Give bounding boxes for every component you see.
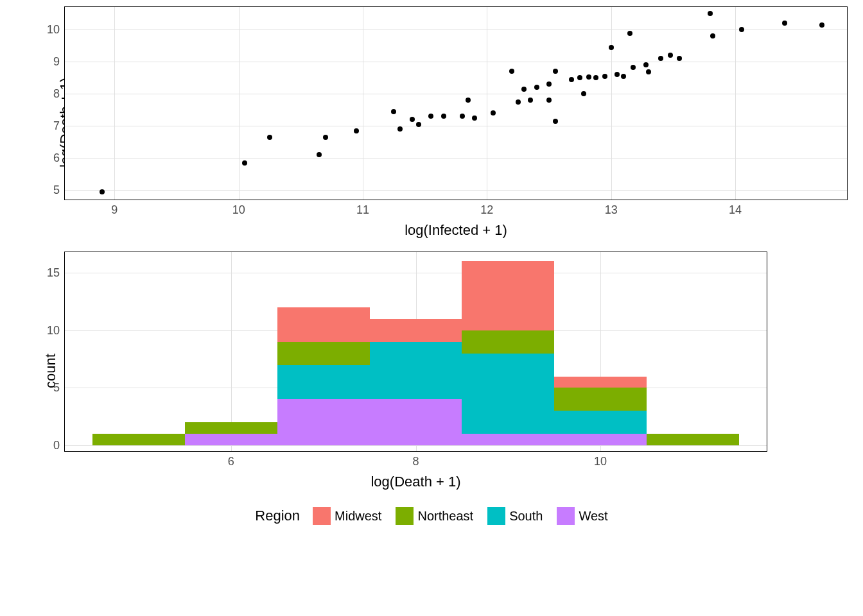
legend-title: Region [255,508,300,524]
scatter-ytick: 9 [53,55,60,69]
hist-bar-northeast [462,330,554,354]
hist-ytick: 5 [53,381,60,395]
scatter-point [627,31,632,36]
scatter-point [491,110,496,116]
legend-item-midwest: Midwest [313,507,381,525]
hist-bar-midwest [462,261,554,330]
scatter-point [646,69,651,74]
hist-ytick: 15 [47,266,60,280]
scatter-point [553,119,558,124]
legend-label: South [509,509,543,524]
hist-bar-midwest [277,307,370,342]
hist-bar-west [185,434,277,445]
scatter-point [621,74,626,79]
scatter-point [354,128,359,133]
scatter-point [397,126,403,132]
scatter-point [100,189,105,194]
scatter-point [819,22,824,28]
scatter-ytick: 8 [53,87,60,101]
scatter-point [609,45,614,50]
scatter-point [602,74,607,79]
legend-label: Northeast [417,509,473,524]
hist-bar-west [277,399,370,445]
scatter-ytick: 6 [53,151,60,165]
legend-item-northeast: Northeast [396,507,473,525]
scatter-point [323,135,328,140]
scatter-point [782,21,787,26]
hist-xtick: 8 [412,455,419,468]
scatter-point [658,56,663,61]
hist-bar-midwest [554,377,647,388]
scatter-ytick: 7 [53,119,60,133]
hist-bar-northeast [554,388,647,411]
hist-bar-south [370,342,462,400]
scatter-point [546,98,552,103]
scatter-xlabel: log(Infected + 1) [64,222,848,239]
scatter-point [643,62,649,67]
legend-swatch [396,507,414,525]
hist-bar-west [370,399,462,445]
scatter-panel: log(Death + 1) 910111213145678910 log(In… [64,6,848,239]
scatter-point [528,98,533,103]
hist-bar-northeast [647,434,739,445]
scatter-point [677,56,682,61]
scatter-xtick: 10 [232,203,245,217]
histogram-plot-area: 6810051015 [64,252,767,452]
hist-xtick: 6 [228,455,234,468]
scatter-point [586,74,591,80]
scatter-point [553,69,558,74]
scatter-xtick: 13 [605,203,618,217]
scatter-point [428,114,433,119]
scatter-xtick: 12 [480,203,493,217]
hist-ytick: 10 [47,323,60,337]
scatter-xtick: 9 [111,203,118,217]
scatter-point [472,116,477,121]
legend-swatch [313,507,331,525]
hist-bar-northeast [277,342,370,365]
scatter-point [242,160,247,166]
scatter-point [391,109,396,114]
hist-ytick: 0 [53,439,60,452]
legend-item-south: South [487,507,543,525]
scatter-point [739,27,744,32]
legend: Region MidwestNortheastSouthWest [6,507,857,525]
scatter-point [546,81,552,87]
scatter-point [668,53,673,58]
hist-xtick: 10 [594,455,607,468]
scatter-point [410,117,415,122]
scatter-point [460,114,465,119]
histogram-panel: count 6810051015 log(Death + 1) [64,252,767,490]
hist-xlabel: log(Death + 1) [64,474,767,490]
hist-bar-south [462,354,554,434]
scatter-point [521,87,527,92]
scatter-point [708,11,713,16]
scatter-point [593,75,598,80]
scatter-ytick: 10 [47,23,60,37]
scatter-plot-area: 910111213145678910 [64,6,848,200]
chart-container: log(Death + 1) 910111213145678910 log(In… [6,6,857,525]
scatter-point [581,91,586,96]
hist-bar-south [554,411,647,434]
hist-bar-midwest [370,319,462,342]
legend-label: West [579,509,607,524]
hist-bar-northeast [185,422,277,434]
scatter-point [534,85,539,90]
scatter-point [577,75,582,80]
hist-bar-west [462,434,554,445]
scatter-point [509,69,514,74]
hist-bar-south [277,365,370,400]
scatter-xtick: 14 [729,203,742,217]
scatter-point [710,33,715,38]
scatter-point [267,135,272,140]
legend-label: Midwest [335,509,381,524]
legend-swatch [487,507,505,525]
scatter-point [631,65,636,70]
scatter-point [317,152,322,157]
scatter-point [466,98,471,103]
scatter-point [416,122,421,127]
hist-bar-west [554,434,647,445]
legend-swatch [557,507,575,525]
scatter-point [441,114,446,119]
hist-bar-northeast [92,434,185,445]
scatter-ytick: 5 [53,184,60,197]
